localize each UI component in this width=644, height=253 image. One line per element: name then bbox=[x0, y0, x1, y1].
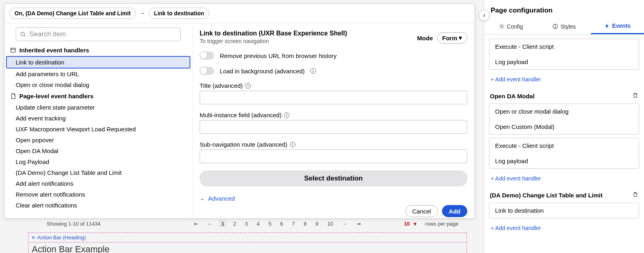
chevron-down-icon: ⌄ bbox=[200, 195, 205, 202]
toggle-remove-history-label: Remove previous URL from browser history bbox=[220, 52, 336, 59]
page-7[interactable]: 7 bbox=[289, 220, 297, 228]
event-card: Link to destination bbox=[489, 203, 639, 218]
page-6[interactable]: 6 bbox=[278, 220, 285, 228]
sidebar-collapse-button[interactable]: › bbox=[479, 10, 490, 21]
handler-add-event-tracking[interactable]: Add event tracking bbox=[4, 113, 192, 124]
card-item-link-to-destination[interactable]: Link to destination bbox=[489, 203, 639, 218]
handler-add-alert[interactable]: Add alert notifications bbox=[4, 178, 192, 189]
svg-point-0 bbox=[21, 32, 25, 35]
info-icon[interactable]: i bbox=[284, 112, 289, 118]
rows-per-page-value[interactable]: 10 ▾ bbox=[399, 220, 419, 228]
handler-link-to-destination[interactable]: Link to destination bbox=[6, 56, 190, 68]
title-field-label: Title (advanced) i bbox=[200, 82, 467, 89]
page-8[interactable]: 8 bbox=[301, 220, 309, 228]
handler-remove-alert[interactable]: Remove alert notifications bbox=[4, 189, 192, 200]
lightning-icon bbox=[604, 23, 610, 29]
subnav-field-label: Sub-navigation route (advanced) i bbox=[200, 141, 467, 148]
card-item-log-payload[interactable]: Log payload bbox=[489, 54, 639, 69]
detail-title: Link to destination (UXR Base Experience… bbox=[200, 30, 347, 37]
tab-styles[interactable]: Styles bbox=[537, 19, 590, 34]
trash-icon bbox=[632, 92, 638, 98]
toggle-load-background-label: Load in background (advanced) bbox=[220, 68, 305, 75]
handler-add-params[interactable]: Add parameters to URL bbox=[4, 68, 192, 79]
tab-config[interactable]: Config bbox=[484, 19, 537, 34]
page-5[interactable]: 5 bbox=[266, 220, 274, 228]
page-first-icon[interactable]: ⇤ bbox=[192, 220, 201, 228]
chevron-right-icon: › bbox=[483, 12, 485, 19]
mode-dropdown[interactable]: Form ▾ bbox=[437, 32, 468, 44]
inherited-group-header: Inherited event handlers bbox=[4, 44, 192, 56]
handler-detail-pane: Link to destination (UXR Base Experience… bbox=[192, 23, 475, 218]
subnav-input[interactable] bbox=[200, 149, 467, 163]
info-icon[interactable]: i bbox=[310, 68, 316, 74]
handler-open-da-modal[interactable]: Open DA Modal bbox=[4, 145, 192, 156]
page-last-icon[interactable]: ⇥ bbox=[354, 220, 363, 228]
card-item-open-close-modal[interactable]: Open or close modal dialog bbox=[489, 104, 639, 119]
page-1[interactable]: 1 bbox=[219, 220, 227, 228]
add-event-handler-link[interactable]: + Add event handler bbox=[489, 73, 639, 90]
page-4[interactable]: 4 bbox=[254, 220, 262, 228]
toggle-load-background[interactable] bbox=[200, 67, 214, 75]
gear-icon bbox=[499, 23, 505, 29]
page-10[interactable]: 10 bbox=[325, 220, 335, 228]
mode-label: Mode bbox=[417, 35, 433, 41]
card-item-execute-client-script-2[interactable]: Execute - Client script bbox=[489, 138, 639, 153]
tab-events[interactable]: Events bbox=[591, 19, 644, 34]
svg-point-4 bbox=[501, 26, 503, 27]
page-icon bbox=[10, 93, 16, 99]
chevron-right-icon: → bbox=[139, 10, 146, 17]
multi-instance-input[interactable] bbox=[200, 120, 467, 134]
toggle-remove-history[interactable] bbox=[200, 52, 214, 60]
event-card: Execute - Client script Log payload bbox=[489, 39, 639, 70]
window-icon bbox=[10, 47, 16, 53]
page-group-header: Page-level event handlers bbox=[4, 90, 192, 102]
breadcrumb-current[interactable]: Link to destination bbox=[149, 8, 209, 19]
card-item-open-custom-modal[interactable]: Open Custom (Modal) bbox=[489, 119, 639, 134]
showing-text: Showing 1-10 of 11434 bbox=[44, 220, 103, 228]
trash-icon bbox=[632, 191, 638, 197]
add-event-handler-link[interactable]: + Add event handler bbox=[489, 172, 639, 189]
select-destination-button[interactable]: Select destination bbox=[200, 170, 467, 187]
page-9[interactable]: 9 bbox=[313, 220, 321, 228]
page-3[interactable]: 3 bbox=[242, 220, 250, 228]
page-config-sidebar: › Page configuration Config Styles Event… bbox=[484, 0, 644, 253]
card-item-execute-client-script[interactable]: Execute - Client script bbox=[489, 39, 639, 54]
list-icon: ≡ bbox=[32, 234, 35, 241]
handler-open-close-modal[interactable]: Open or close modal dialog bbox=[4, 79, 192, 90]
detail-subtitle: To trigger screen navigation bbox=[200, 38, 347, 44]
info-icon[interactable]: i bbox=[290, 142, 295, 147]
sidebar-title: Page configuration bbox=[484, 0, 644, 19]
event-card: Open or close modal dialog Open Custom (… bbox=[489, 104, 639, 135]
page-prev-icon[interactable]: ← bbox=[205, 220, 215, 228]
rows-per-page-label: rows per page bbox=[423, 220, 461, 228]
add-event-handler-link[interactable]: + Add event handler bbox=[489, 222, 639, 238]
cancel-button[interactable]: Cancel bbox=[405, 205, 438, 217]
title-input[interactable] bbox=[200, 91, 467, 104]
action-bar-heading-link[interactable]: ≡ Action Bar (Heading) bbox=[28, 232, 467, 243]
handler-update-client-state[interactable]: Update client state parameter bbox=[4, 102, 192, 113]
handler-uxf-viewport-load[interactable]: UXF Macroponent Viewport Load Requested bbox=[4, 124, 192, 135]
svg-line-1 bbox=[24, 35, 25, 36]
handler-log-payload[interactable]: Log Payload bbox=[4, 156, 192, 167]
page-2[interactable]: 2 bbox=[231, 220, 238, 228]
handler-clear-alert[interactable]: Clear alert notifications bbox=[4, 200, 192, 211]
handler-list-pane: Inherited event handlers Link to destina… bbox=[4, 23, 192, 218]
event-card: Execute - Client script Log payload bbox=[489, 138, 639, 169]
handler-da-demo-change-list[interactable]: (DA Demo) Change List Table and Limit bbox=[4, 167, 192, 178]
card-item-log-payload-2[interactable]: Log payload bbox=[489, 153, 639, 168]
handler-open-popover[interactable]: Open popover bbox=[4, 135, 192, 145]
delete-section-button[interactable] bbox=[632, 191, 638, 199]
section-da-demo-change-list: (DA Demo) Change List Table and Limit bbox=[490, 192, 603, 199]
styles-icon bbox=[552, 23, 558, 29]
add-button[interactable]: Add bbox=[442, 205, 467, 217]
breadcrumb-parent[interactable]: On, (DA Demo) Change List Table and Limi… bbox=[9, 8, 136, 19]
action-bar-example: Action Bar Example bbox=[28, 244, 467, 253]
caret-down-icon: ▾ bbox=[459, 34, 462, 41]
advanced-toggle[interactable]: ⌄ Advanced bbox=[200, 195, 467, 202]
svg-rect-2 bbox=[11, 48, 15, 52]
search-input[interactable] bbox=[16, 27, 181, 41]
delete-section-button[interactable] bbox=[632, 92, 638, 100]
page-next-icon[interactable]: → bbox=[340, 220, 350, 228]
info-icon[interactable]: i bbox=[245, 83, 251, 89]
search-field[interactable] bbox=[29, 30, 176, 38]
